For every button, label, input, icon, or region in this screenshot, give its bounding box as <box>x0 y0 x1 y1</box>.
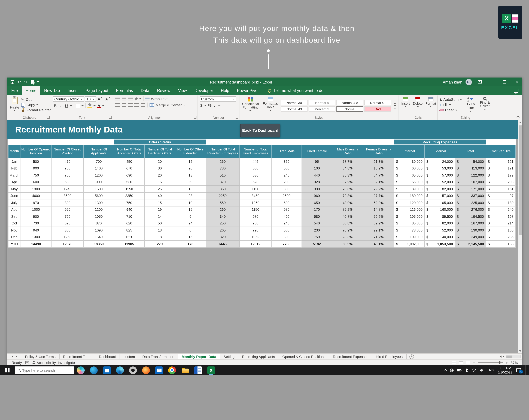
cell-total-expense[interactable]: $249,000 <box>455 234 486 241</box>
cell-internal-expense[interactable]: $89,000 <box>394 186 424 192</box>
cell-hired-employees[interactable]: 780 <box>240 220 271 227</box>
decrease-indent-icon[interactable] <box>134 103 139 107</box>
cell-cost-per-hire[interactable]: $121 <box>486 158 516 165</box>
cell-hired-employees[interactable]: 1150 <box>240 206 271 213</box>
cell-month[interactable]: Dec <box>8 234 20 241</box>
clear-button[interactable]: Clear <box>439 108 462 112</box>
battery-icon[interactable] <box>457 368 462 372</box>
cell-male-diversity-ratio[interactable]: 30.8% <box>332 220 363 227</box>
cell-hired-employees[interactable]: 528 <box>240 179 271 186</box>
cell-hired-female[interactable]: 230 <box>302 227 332 234</box>
insert-cells-button[interactable]: Insert <box>401 96 410 115</box>
cell-month[interactable]: Sep <box>8 213 20 220</box>
menu-tab-page-layout[interactable]: Page Layout <box>82 86 112 95</box>
cell-cost-per-hire[interactable]: $165 <box>486 227 516 234</box>
hscroll-track[interactable] <box>506 355 521 358</box>
taskbar-photos-button[interactable] <box>139 365 152 375</box>
align-top-icon[interactable] <box>115 97 120 101</box>
cell-male-diversity-ratio[interactable]: 37.9% <box>332 179 363 186</box>
cell-month[interactable]: Aug <box>8 206 20 213</box>
delete-cells-button[interactable]: Delete <box>412 96 423 115</box>
cell-opened-position[interactable]: 600 <box>20 179 52 186</box>
cell-total-expense[interactable]: $167,000 <box>455 220 486 227</box>
underline-button[interactable]: U <box>64 104 69 108</box>
cell-cost-per-hire[interactable]: $151 <box>486 186 516 192</box>
cell-offers-extended[interactable]: 173 <box>175 241 206 247</box>
cell-internal-expense[interactable]: $105,000 <box>394 213 424 220</box>
cell-cost-per-hire[interactable]: $214 <box>486 220 516 227</box>
increase-font-size-button[interactable]: A <box>97 97 104 101</box>
cell-applicants[interactable]: 1540 <box>83 234 114 241</box>
taskbar-clock[interactable]: 3:55 PM 5/10/2023 <box>497 366 512 374</box>
cell-declined-offers[interactable]: 14 <box>145 213 175 220</box>
taskbar-excel-button[interactable]: X <box>205 365 218 375</box>
vertical-scrollbar[interactable] <box>518 120 522 353</box>
cell-cost-per-hire[interactable]: $203 <box>486 179 516 186</box>
autosum-button[interactable]: Σ AutoSum <box>439 97 462 102</box>
cell-applicants[interactable]: 1090 <box>83 227 114 234</box>
style-chip-normal-4[interactable]: Normal 4 <box>309 100 335 105</box>
cell-opened-position[interactable]: 500 <box>20 158 52 165</box>
menu-tab-view[interactable]: View <box>174 86 191 95</box>
page-break-view-button[interactable] <box>466 361 470 364</box>
zoom-out-button[interactable]: − <box>473 360 475 365</box>
volume-icon[interactable] <box>479 368 484 372</box>
cell-internal-expense[interactable]: $65,000 <box>394 172 424 179</box>
menu-tab-developer[interactable]: Developer <box>191 86 217 95</box>
cell-male-diversity-ratio[interactable]: 59.9% <box>332 241 363 247</box>
cell-hired-employees[interactable]: 1059 <box>240 234 271 241</box>
cell-female-diversity-ratio[interactable]: 52.0% <box>363 199 394 206</box>
style-chip-normal[interactable]: Normal <box>336 106 363 112</box>
cell-internal-expense[interactable]: $109,000 <box>394 234 424 241</box>
cell-rejected-employees[interactable]: 730 <box>206 165 240 172</box>
menu-tab-file[interactable]: File <box>7 86 22 95</box>
taskbar-edge-button[interactable] <box>87 365 100 375</box>
cell-closed-position[interactable]: 1240 <box>52 186 83 192</box>
redo-icon[interactable]: ↷ <box>24 80 27 84</box>
cell-male-diversity-ratio[interactable]: 72.3% <box>332 192 363 199</box>
collapse-ribbon-icon[interactable] <box>517 115 519 118</box>
merge-center-button[interactable]: Merge & Center <box>149 103 185 107</box>
cell-hired-employees[interactable]: 680 <box>240 172 271 179</box>
cell-female-diversity-ratio[interactable]: 69.2% <box>363 220 394 227</box>
cell-rejected-employees[interactable]: 340 <box>206 213 240 220</box>
cell-internal-expense[interactable]: $116,000 <box>394 206 424 213</box>
sheet-tab-recruitment-team[interactable]: Recruitment Team <box>59 354 95 359</box>
format-cells-button[interactable]: Format <box>425 96 436 115</box>
cell-month[interactable]: Feb <box>8 165 20 172</box>
cell-declined-offers[interactable]: 19 <box>145 206 175 213</box>
cell-cost-per-hire[interactable]: $179 <box>486 172 516 179</box>
cell-accepted-offers[interactable]: 940 <box>114 206 145 213</box>
cell-internal-expense[interactable]: $55,000 <box>394 179 424 186</box>
cell-opened-position[interactable]: 1300 <box>20 234 52 241</box>
taskbar-outlook-button[interactable] <box>152 365 165 375</box>
cell-hired-male[interactable]: 600 <box>271 199 302 206</box>
sheet-tab-recruiting-applicants[interactable]: Recruiting Applicants <box>238 354 279 359</box>
font-color-button[interactable]: A <box>97 104 101 108</box>
cell-offers-extended[interactable]: 24 <box>175 220 206 227</box>
cell-external-expense[interactable]: $57,000 <box>424 172 455 179</box>
column-header-month[interactable]: Month <box>8 145 20 158</box>
cell-opened-position[interactable]: 970 <box>20 199 52 206</box>
cell-hired-male[interactable]: 300 <box>271 234 302 241</box>
cell-hired-male[interactable]: 240 <box>271 220 302 227</box>
find-select-button[interactable]: Find & Select <box>478 96 491 115</box>
hscroll-right-icon[interactable] <box>503 356 504 358</box>
cell-hired-male[interactable]: 2500 <box>271 192 302 199</box>
cell-month[interactable]: Apr <box>8 179 20 186</box>
cell-accepted-offers[interactable]: 450 <box>114 158 145 165</box>
cell-external-expense[interactable]: $82,000 <box>424 220 455 227</box>
fill-color-dropdown-icon[interactable] <box>93 105 96 106</box>
menu-tab-power-pivot[interactable]: Power Pivot <box>233 86 263 95</box>
accounting-format-button[interactable]: $ <box>200 103 203 107</box>
cell-hired-male[interactable]: 400 <box>271 213 302 220</box>
percent-style-button[interactable]: % <box>207 103 212 107</box>
cell-rejected-employees[interactable]: 6445 <box>206 241 240 247</box>
cell-applicants[interactable]: 870 <box>83 220 114 227</box>
menu-tab-formulas[interactable]: Formulas <box>112 86 137 95</box>
cell-opened-position[interactable]: 14490 <box>20 241 52 247</box>
align-left-icon[interactable] <box>115 103 120 107</box>
hscroll-thumb[interactable] <box>506 356 512 358</box>
accessibility-status[interactable]: Accessibility: Investigate <box>32 361 75 365</box>
gallery-down-icon[interactable] <box>394 105 396 106</box>
